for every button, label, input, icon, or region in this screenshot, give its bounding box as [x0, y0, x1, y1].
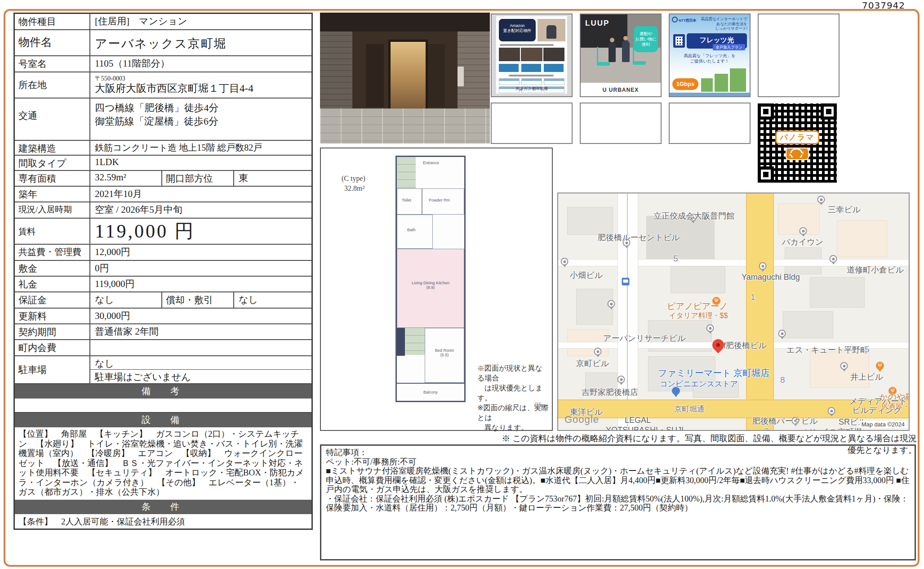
flyer-photo — [538, 19, 565, 41]
rent-value: 119,000 円 — [90, 219, 311, 244]
amazon-flyer-footer: 大阪ガス都市開発 — [496, 86, 567, 92]
row-label: 築年 — [15, 187, 90, 202]
buildings-photo — [730, 68, 746, 92]
property-sheet: 7037942 物件種目 [住居用] マンション 物件名 アーバネックス京町堀 … — [0, 0, 924, 569]
glass-door — [388, 40, 428, 112]
row-value: 119,000円 — [90, 277, 311, 291]
place-pin-icon — [830, 255, 837, 263]
table-row: 専有面積 32.59m² 開口部方位 東 — [15, 170, 311, 186]
qr-finder — [758, 103, 774, 120]
building-icon — [673, 34, 685, 48]
row-label: 建築構造 — [15, 141, 90, 155]
flyer-flets-hikari: NTT西日本 高品質なインターネットで あなたの新生活を しっかりサポート! フ… — [669, 13, 751, 97]
flyer-amazon-delivery: Amazon 置き配対応物件 大阪ガス都市開発 — [491, 13, 573, 97]
row-label: 礼金 — [15, 277, 90, 291]
row-label: 賃料 — [15, 219, 90, 244]
row-value: 0円 — [90, 261, 311, 276]
special-notes-title: 特記事項： — [326, 448, 910, 457]
map-label: 8 — [780, 375, 785, 385]
map-label: ファミリーマート 京町堀店 — [658, 367, 769, 379]
map-label: YOTSUBASHI・SUJI — [606, 425, 684, 431]
place-pin-icon — [778, 330, 786, 337]
table-row: 築年 2021年10月 — [15, 186, 311, 202]
bath-room: Bath — [397, 215, 433, 249]
table-row: 町内会費 — [15, 339, 311, 355]
row-value: 32.59m² — [90, 171, 161, 186]
place-pin-icon — [608, 300, 615, 308]
location-map: Google Map data ©2024 立正佼成会大阪普門館三幸ビル肥後橋ル… — [557, 193, 910, 431]
map-label: 肥後橋パークビル — [752, 416, 818, 426]
shoe-closet — [397, 157, 416, 188]
table-row: 更新料 30,000円 — [15, 308, 311, 323]
qr-finder — [821, 103, 837, 120]
panorama-loop-icon — [786, 148, 809, 160]
table-row: 所在地 〒550-0003 大阪府大阪市西区京町堀１丁目4-4 — [15, 72, 311, 98]
property-name: アーバネックス京町堀 — [90, 30, 311, 55]
map-label: 小畑ビル — [570, 270, 603, 281]
row-label: 敷金 — [15, 261, 90, 276]
row-label: 号室名 — [15, 56, 90, 72]
special-notes-box: 特記事項： ペット:不可/事務所:不可 ■ミストサウナ付浴室暖房乾燥機(ミストカ… — [320, 444, 916, 560]
place-pin-icon — [561, 258, 569, 265]
table-row: 交通 四つ橋線「肥後橋」徒歩4分 御堂筋線「淀屋橋」徒歩6分 — [15, 98, 311, 140]
map-label: コンビニエンスストア — [660, 379, 738, 389]
map-label: イタリア料理・$$ — [669, 311, 728, 321]
station-icon — [622, 278, 630, 286]
floorplan-note: ※図面が現状と異なる場合 は現状優先とします。 ※図面の縮尺は、実際とは 異なり… — [477, 363, 549, 433]
place-pin-icon — [817, 196, 825, 203]
floorplan-drawing: Entrance Toilet Powder Rm Bath Living Di… — [395, 156, 466, 402]
map-label: 2 — [764, 426, 769, 431]
urbanex-logo: U URBANEX — [581, 83, 661, 96]
wall-pillar — [397, 328, 405, 356]
row-value: [住居用] マンション — [90, 14, 311, 29]
road-yotsubashisuji — [746, 193, 774, 430]
map-label: 京町堀通 — [674, 404, 705, 414]
equipment-header: 設 備 — [15, 412, 311, 427]
room-label: Entrance — [423, 161, 439, 165]
row-value: 12,000円 — [90, 245, 311, 260]
speed-badge: 1Gbps — [672, 78, 698, 90]
table-row: 賃料 119,000 円 — [15, 218, 311, 244]
map-label: ソレイユ京町堀 — [804, 426, 862, 431]
map-label: 5 — [865, 345, 870, 354]
map-label: Yamaguchi Bldg — [742, 273, 800, 282]
remarks-empty-row — [15, 399, 311, 412]
luup-logo: LUUP — [585, 19, 609, 28]
map-label: 5 — [673, 254, 678, 264]
ntt-logo: NTT西日本 — [672, 17, 697, 23]
walk-in-closet — [405, 328, 425, 355]
row-label: 物件種目 — [15, 14, 90, 29]
map-label: アーバンリサーチビル — [603, 333, 685, 344]
row-label: 専有面積 — [15, 171, 90, 186]
row-value: 普通借家 2年間 — [90, 324, 311, 339]
row-label: 開口部方位 — [161, 171, 234, 186]
row-value: なし — [234, 292, 311, 308]
table-row: 建築構造 鉄筋コンクリート造 地上15階 総戸数82戸 — [15, 140, 311, 155]
map-label: 吉野家肥後橋店 — [582, 387, 638, 398]
photo-placeholder — [669, 103, 751, 144]
equipment-text: 【位置】 角部屋 【キッチン】 ガスコンロ（2口）・システムキッチン 【水廻り】… — [15, 427, 311, 500]
amazon-flyer-title: Amazon — [499, 23, 536, 28]
map-label: 肥後橋ルーセントビル — [598, 232, 680, 243]
table-row: 号室名 1105（11階部分） — [15, 55, 311, 72]
floorplan-area: 32.8m² — [344, 184, 364, 193]
flets-copy: 高品質な「フレッツ光」を ご提供いたします！ — [670, 53, 750, 64]
place-pin-icon — [617, 376, 625, 383]
row-label: 所在地 — [15, 72, 90, 98]
powder-room: Powder Rm — [422, 188, 464, 215]
access-line: 四つ橋線「肥後橋」徒歩4分 — [95, 101, 309, 115]
table-row: 現況/入居時期 空室 / 2026年5月中旬 — [15, 202, 311, 218]
row-value: 30,000円 — [90, 309, 311, 323]
row-value: なし — [90, 292, 161, 308]
postal-code: 〒550-0003 — [95, 74, 309, 82]
map-label: ピアノピアーノ — [667, 300, 728, 312]
row-label: 更新料 — [15, 309, 90, 323]
map-canvas: Google Map data ©2024 立正佼成会大阪普門館三幸ビル肥後橋ル… — [558, 193, 909, 430]
flets-plan-tag: 全戸加入プラン — [713, 44, 745, 50]
row-value: 鉄筋コンクリート造 地上15階 総戸数82戸 — [90, 141, 311, 155]
remarks-header: 備 考 — [15, 383, 311, 399]
photo-placeholder — [491, 103, 573, 144]
floorplan-panel: (C type) 32.8m² Entrance Toilet Powder R… — [320, 148, 553, 431]
table-row: 敷金 0円 — [15, 260, 311, 276]
map-label: 道修町小倉ビル — [847, 264, 904, 275]
